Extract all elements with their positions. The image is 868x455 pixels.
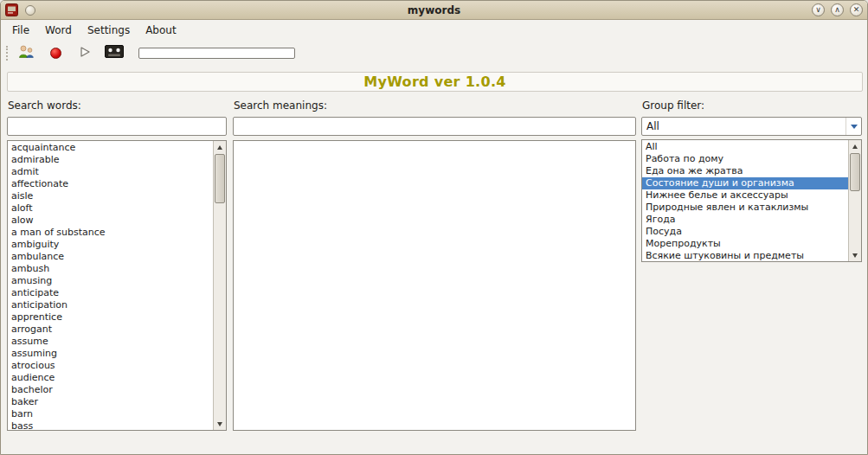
menu-about[interactable]: About [138, 22, 183, 39]
list-item[interactable]: apprentice [8, 311, 213, 324]
app-icon [5, 3, 18, 16]
list-item[interactable]: audience [8, 372, 213, 384]
combo-dropdown-button[interactable] [845, 118, 861, 135]
list-item[interactable]: Нижнее белье и аксессуары [642, 189, 848, 202]
scroll-down-icon [217, 422, 222, 426]
search-meanings-input[interactable] [233, 117, 636, 136]
close-icon: ✕ [853, 6, 860, 14]
toolbar-grip[interactable] [6, 46, 8, 61]
menubar: File Word Settings About [2, 21, 866, 40]
scroll-up-icon [852, 144, 858, 149]
record-icon [50, 48, 61, 59]
list-item[interactable]: Всякие штуковины и предметы [642, 250, 848, 262]
list-item[interactable]: anticipate [8, 287, 213, 299]
list-item[interactable]: Природные явлен и катаклизмы [642, 202, 848, 214]
app-window: mywords ∨ ∧ ✕ File Word Settings About [0, 0, 868, 455]
words-listbox[interactable]: acquaintanceadmirableadmitaffectionateai… [7, 140, 227, 431]
search-words-label: Search words: [8, 99, 81, 112]
play-icon [79, 46, 91, 61]
list-item[interactable]: bachelor [8, 384, 213, 396]
filter-list-scrollbar[interactable] [848, 140, 861, 261]
scroll-down-icon [852, 253, 858, 258]
list-item[interactable]: Состояние души и организма [642, 177, 848, 189]
scroll-up-button[interactable] [849, 140, 861, 152]
scroll-down-button[interactable] [214, 418, 226, 430]
list-item[interactable]: anticipation [8, 299, 213, 311]
window-controls: ∨ ∧ ✕ [812, 3, 863, 16]
users-icon [17, 43, 35, 63]
record-button[interactable] [43, 42, 68, 64]
toolbar [2, 40, 866, 66]
list-item[interactable]: admirable [8, 154, 213, 166]
users-button[interactable] [14, 42, 38, 64]
banner-title: MyWord ver 1.0.4 [363, 74, 505, 90]
scrollbar-thumb[interactable] [850, 153, 860, 191]
cassette-icon [105, 45, 124, 61]
list-item[interactable]: amusing [8, 275, 213, 287]
list-item[interactable]: affectionate [8, 178, 213, 190]
list-item[interactable]: atrocious [8, 360, 213, 372]
scroll-up-icon [217, 145, 222, 150]
list-item[interactable]: assuming [8, 348, 213, 360]
list-item[interactable]: ambulance [8, 251, 213, 263]
list-item[interactable]: Посуда [642, 226, 848, 238]
list-item[interactable]: Ягода [642, 214, 848, 226]
list-item[interactable]: acquaintance [8, 142, 213, 154]
list-item[interactable]: alow [8, 215, 213, 227]
filter-list-items: AllРабота по домуЕда она же жратваСостоя… [642, 141, 848, 261]
list-item[interactable]: Еда она же жратва [642, 165, 848, 177]
window-title: mywords [1, 4, 867, 16]
cassette-button[interactable] [102, 42, 126, 64]
list-item[interactable]: assume [8, 336, 213, 348]
chevron-down-icon [851, 125, 858, 129]
words-list-items: acquaintanceadmirableadmitaffectionateai… [8, 142, 213, 430]
minimize-button[interactable]: ∨ [812, 3, 825, 16]
list-item[interactable]: ambush [8, 263, 213, 275]
minimize-icon: ∨ [815, 6, 821, 14]
list-item[interactable]: arrogant [8, 324, 213, 336]
words-list-scrollbar[interactable] [213, 141, 226, 430]
scroll-down-button[interactable] [849, 249, 861, 261]
app-banner: MyWord ver 1.0.4 [7, 72, 863, 92]
search-meanings-label: Search meanings: [234, 99, 327, 112]
list-item[interactable]: Работа по дому [642, 153, 848, 165]
list-item[interactable]: a man of substance [8, 227, 213, 239]
list-item[interactable]: admit [8, 166, 213, 178]
list-item[interactable]: Морепродукты [642, 238, 848, 250]
window-menu-button[interactable] [25, 5, 35, 16]
meanings-listbox[interactable] [233, 140, 636, 431]
menu-settings[interactable]: Settings [80, 22, 138, 39]
close-button[interactable]: ✕ [850, 3, 863, 16]
maximize-icon: ∧ [834, 6, 840, 14]
scroll-up-button[interactable] [214, 141, 226, 153]
play-button[interactable] [73, 42, 97, 64]
group-filter-listbox[interactable]: AllРабота по домуЕда она же жратваСостоя… [641, 139, 862, 262]
menu-file[interactable]: File [4, 22, 37, 39]
maximize-button[interactable]: ∧ [831, 3, 844, 16]
scrollbar-thumb[interactable] [215, 154, 225, 203]
list-item[interactable]: aisle [8, 190, 213, 202]
list-item[interactable]: ambiguity [8, 239, 213, 251]
list-item[interactable]: bass [8, 420, 213, 431]
list-item[interactable]: barn [8, 408, 213, 420]
list-item[interactable]: aloft [8, 202, 213, 215]
list-item[interactable]: All [642, 141, 848, 153]
group-filter-label: Group filter: [642, 99, 704, 112]
search-words-input[interactable] [7, 117, 227, 136]
titlebar[interactable]: mywords ∨ ∧ ✕ [1, 1, 867, 20]
menu-word[interactable]: Word [37, 22, 80, 39]
toolbar-progressbar [138, 48, 295, 59]
meanings-list-items [234, 142, 635, 430]
combo-selected-value: All [646, 120, 659, 132]
list-item[interactable]: baker [8, 396, 213, 408]
group-filter-combobox[interactable]: All [641, 117, 862, 136]
